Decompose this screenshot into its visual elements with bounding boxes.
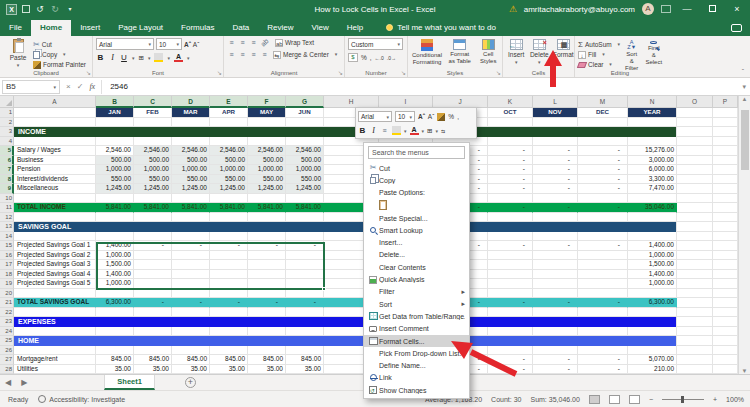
cell-D11[interactable]: 5,841.00 [172,203,210,213]
cell-E24[interactable] [210,327,248,337]
cell-M2[interactable] [578,118,628,128]
cell-E14[interactable] [210,232,248,242]
save-icon[interactable] [22,5,30,13]
cell-O8[interactable] [677,175,713,185]
cell-N22[interactable] [628,308,677,318]
cell-D12[interactable] [172,213,210,223]
cell-E19[interactable] [210,279,248,289]
cell-B27[interactable]: 845.00 [96,355,134,365]
cell-D26[interactable] [172,346,210,356]
cell-F12[interactable] [248,213,286,223]
decrease-decimal-icon[interactable]: .0→ [387,55,396,61]
cell-D28[interactable]: 35.00 [172,365,210,375]
cell-O24[interactable] [677,327,713,337]
cell-E21[interactable]: - [210,298,248,308]
cell-C15[interactable]: - [134,241,172,251]
cell-F17[interactable] [248,260,286,270]
row-header-8[interactable]: 8 [0,175,14,185]
cell-A2[interactable] [14,118,96,128]
cell-D4[interactable] [172,137,210,147]
cell-E2[interactable] [210,118,248,128]
cell-F8[interactable]: 550.00 [248,175,286,185]
cell-A5[interactable]: Salary / Wages [14,146,96,156]
cell-C14[interactable] [134,232,172,242]
cell-F1[interactable]: MAY [248,108,286,118]
zoom-level[interactable]: 100% [726,396,744,403]
tab-help[interactable]: Help [338,20,372,36]
row-header-17[interactable]: 17 [0,260,14,270]
borders-icon[interactable]: ⊞ [139,54,144,62]
cell-K1[interactable]: OCT [488,108,533,118]
row-header-14[interactable]: 14 [0,232,14,242]
cell-O23[interactable] [677,317,713,327]
cell-O22[interactable] [677,308,713,318]
cell-D20[interactable] [172,289,210,299]
font-dialog-launcher[interactable]: ↘ [217,69,222,76]
cell-O28[interactable] [677,365,713,375]
menu-item-define-name[interactable]: Define Name... [364,359,469,371]
zoom-out-icon[interactable]: − [649,396,653,403]
cell-F14[interactable] [248,232,286,242]
cell-F19[interactable] [248,279,286,289]
align-bottom-icon[interactable]: ≡ [249,39,258,46]
cell-B20[interactable] [96,289,134,299]
cell-P28[interactable] [713,365,738,375]
cell-L5[interactable]: - [533,146,578,156]
minimize-button[interactable]: — [678,2,696,16]
cell-G15[interactable]: - [286,241,324,251]
cell-K10[interactable] [488,194,533,204]
cell-F6[interactable]: 500.00 [248,156,286,166]
cancel-icon[interactable]: × [66,82,71,91]
cell-K24[interactable] [488,327,533,337]
cell-B5[interactable]: 2,546.00 [96,146,134,156]
cell-K27[interactable]: - [488,355,533,365]
cell-P4[interactable] [713,137,738,147]
cell-L7[interactable]: - [533,165,578,175]
row-header-9[interactable]: 9 [0,184,14,194]
row-header-10[interactable]: 10 [0,194,14,204]
row-header-16[interactable]: 16 [0,251,14,261]
cell-G17[interactable] [286,260,324,270]
mini-font-name-select[interactable]: Arial▾ [358,111,392,122]
cell-C17[interactable] [134,260,172,270]
menu-item-copy[interactable]: Copy [364,174,469,186]
cell-B28[interactable]: 35.00 [96,365,134,375]
cell-B7[interactable]: 1,000.00 [96,165,134,175]
cell-G12[interactable] [286,213,324,223]
cell-L12[interactable] [533,213,578,223]
cell-M24[interactable] [578,327,628,337]
row-header-28[interactable]: 28 [0,365,14,375]
cell-B6[interactable]: 500.00 [96,156,134,166]
cell-E22[interactable] [210,308,248,318]
cell-D18[interactable] [172,270,210,280]
cell-M21[interactable]: - [578,298,628,308]
cell-D6[interactable]: 500.00 [172,156,210,166]
cell-G11[interactable]: 5,841.00 [286,203,324,213]
menu-item-paste-special[interactable]: Paste Special... [364,212,469,224]
clipboard-dialog-launcher[interactable]: ↘ [86,69,91,76]
row-header-18[interactable]: 18 [0,270,14,280]
cell-M4[interactable] [578,137,628,147]
cell-P18[interactable] [713,270,738,280]
cell-M17[interactable] [578,260,628,270]
qat-customize-icon[interactable]: ▾ [65,4,75,14]
cell-B24[interactable] [96,327,134,337]
cell-G27[interactable]: 845.00 [286,355,324,365]
cell-M18[interactable] [578,270,628,280]
cell-E28[interactable]: 35.00 [210,365,248,375]
cell-D7[interactable]: 1,000.00 [172,165,210,175]
cell-A14[interactable] [14,232,96,242]
mini-font-size-select[interactable]: 10▾ [395,111,415,122]
menu-item-smart-lookup[interactable]: Smart Lookup [364,224,469,236]
cell-A20[interactable] [14,289,96,299]
cell-F16[interactable] [248,251,286,261]
cell-N11[interactable]: 35,046.00 [628,203,677,213]
cell-A4[interactable] [14,137,96,147]
row-header-23[interactable]: 23 [0,317,14,327]
cell-N12[interactable] [628,213,677,223]
underline-button[interactable]: U [120,53,128,62]
row-header-20[interactable]: 20 [0,289,14,299]
mini-borders-icon[interactable]: ⊞ [427,127,432,135]
cell-K6[interactable]: - [488,156,533,166]
cell-E6[interactable]: 500.00 [210,156,248,166]
